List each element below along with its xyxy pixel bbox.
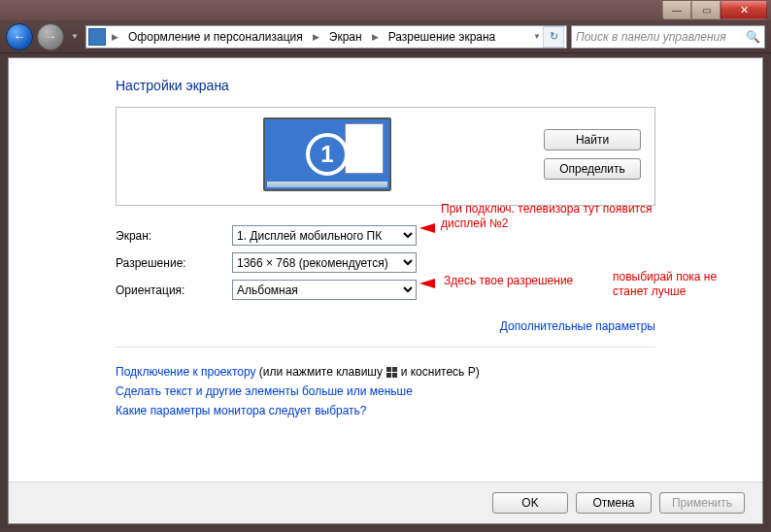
projector-line: Подключение к проектору (или нажмите кла… [116, 365, 655, 379]
minimize-button[interactable]: — [662, 1, 691, 19]
arrow-right-icon: → [45, 29, 57, 44]
orientation-select[interactable]: Альбомная [232, 280, 417, 300]
chevron-down-icon[interactable]: ▼ [533, 32, 541, 41]
monitor-number-badge: 1 [306, 133, 349, 176]
cancel-button[interactable]: Отмена [576, 492, 652, 514]
apply-button[interactable]: Применить [659, 492, 745, 514]
page-title: Настройки экрана [116, 78, 655, 93]
window-icon [345, 123, 384, 174]
windows-key-icon [386, 366, 397, 378]
projector-link[interactable]: Подключение к проектору [116, 365, 256, 379]
breadcrumb-3[interactable]: Разрешение экрана [385, 28, 500, 46]
display-label: Экран: [116, 229, 232, 243]
ok-button[interactable]: OK [492, 492, 568, 514]
find-button[interactable]: Найти [544, 129, 641, 150]
search-box[interactable]: Поиск в панели управления 🔍 [571, 25, 765, 49]
display-select[interactable]: 1. Дисплей мобильного ПК [232, 225, 417, 246]
annotation-arrow-1 [419, 223, 435, 233]
advanced-settings-link[interactable]: Дополнительные параметры [500, 319, 655, 333]
search-icon: 🔍 [746, 30, 760, 44]
detect-button[interactable]: Определить [544, 158, 641, 180]
chevron-right-icon: ▶ [311, 32, 321, 42]
breadcrumb-2[interactable]: Экран [325, 28, 366, 46]
resolution-select[interactable]: 1366 × 768 (рекомендуется) [232, 252, 417, 273]
refresh-icon: ↻ [550, 30, 558, 43]
navbar: ← → ▼ ▶ Оформление и персонализация ▶ Эк… [0, 20, 771, 53]
breadcrumb-1[interactable]: Оформление и персонализация [124, 28, 307, 46]
client-area: Настройки экрана 1 Найти Опреде [8, 57, 763, 524]
window-root: — ▭ ✕ ← → ▼ ▶ Оформление и персонализаци… [0, 0, 771, 532]
resolution-row: Разрешение: 1366 × 768 (рекомендуется) [116, 252, 655, 273]
titlebar: — ▭ ✕ [0, 0, 771, 20]
footer: OK Отмена Применить [9, 482, 762, 523]
annotation-text-2: Здесь твое разрешение [444, 274, 573, 288]
resolution-label: Разрешение: [116, 256, 232, 270]
taskbar-icon [267, 182, 387, 187]
chevron-right-icon: ▶ [370, 32, 381, 42]
annotation-arrow-2 [419, 279, 435, 288]
nav-history-dropdown[interactable]: ▼ [68, 24, 82, 50]
search-placeholder: Поиск в панели управления [576, 30, 726, 44]
back-button[interactable]: ← [6, 23, 33, 50]
monitor-thumbnail[interactable]: 1 [263, 117, 391, 191]
orientation-row: Ориентация: Альбомная [116, 280, 655, 300]
arrow-left-icon: ← [14, 29, 26, 44]
close-button[interactable]: ✕ [721, 1, 767, 19]
control-panel-icon [88, 28, 106, 46]
display-preview-box: 1 Найти Определить [116, 107, 655, 206]
text-size-link[interactable]: Сделать текст и другие элементы больше и… [116, 384, 413, 398]
refresh-button[interactable]: ↻ [543, 26, 564, 48]
annotation-text-1: При подключ. телевизора тут появится дис… [441, 202, 693, 231]
orientation-label: Ориентация: [116, 283, 232, 297]
forward-button[interactable]: → [37, 23, 64, 50]
maximize-button[interactable]: ▭ [691, 1, 721, 19]
annotation-text-3: повыбирай пока не станет лучше [613, 270, 749, 299]
chevron-right-icon: ▶ [110, 32, 120, 42]
address-bar[interactable]: ▶ Оформление и персонализация ▶ Экран ▶ … [85, 25, 567, 49]
which-monitor-link[interactable]: Какие параметры монитора следует выбрать… [116, 404, 367, 417]
